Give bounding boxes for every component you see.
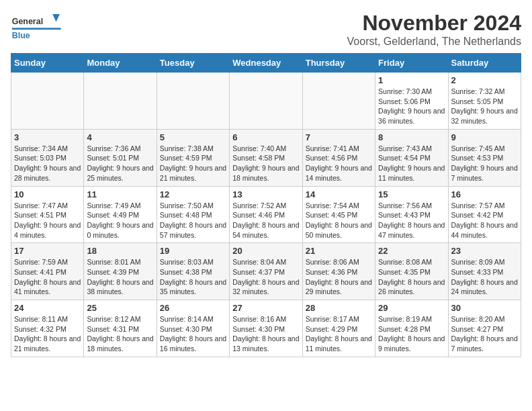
calendar-day-cell: 1Sunrise: 7:30 AM Sunset: 5:06 PM Daylig… [375,73,448,130]
svg-text:Blue: Blue [12,31,30,40]
calendar-day-cell [157,73,229,130]
calendar-day-cell: 23Sunrise: 8:09 AM Sunset: 4:33 PM Dayli… [448,243,521,300]
page-header: General Blue November 2024 Voorst, Gelde… [11,11,521,48]
calendar-day-cell [11,73,84,130]
day-info: Sunrise: 7:47 AM Sunset: 4:51 PM Dayligh… [14,201,81,240]
day-info: Sunrise: 8:17 AM Sunset: 4:29 PM Dayligh… [306,314,372,354]
calendar-day-cell: 21Sunrise: 8:06 AM Sunset: 4:36 PM Dayli… [302,243,375,300]
calendar-day-cell: 2Sunrise: 7:32 AM Sunset: 5:05 PM Daylig… [448,73,521,130]
calendar-day-cell: 29Sunrise: 8:19 AM Sunset: 4:28 PM Dayli… [375,300,448,357]
calendar-day-header: Sunday [11,54,84,73]
day-number: 23 [451,246,518,256]
calendar-day-cell: 24Sunrise: 8:11 AM Sunset: 4:32 PM Dayli… [11,300,84,357]
day-number: 1 [378,75,445,85]
calendar-day-cell: 6Sunrise: 7:40 AM Sunset: 4:58 PM Daylig… [230,129,302,186]
calendar-day-cell [230,73,302,130]
calendar-day-cell: 20Sunrise: 8:04 AM Sunset: 4:37 PM Dayli… [230,243,302,300]
svg-text:General: General [12,17,43,26]
calendar-day-cell: 19Sunrise: 8:03 AM Sunset: 4:38 PM Dayli… [157,243,229,300]
calendar-week-row: 10Sunrise: 7:47 AM Sunset: 4:51 PM Dayli… [11,186,521,243]
day-number: 25 [87,303,153,313]
calendar-week-row: 24Sunrise: 8:11 AM Sunset: 4:32 PM Dayli… [11,300,521,357]
day-info: Sunrise: 7:34 AM Sunset: 5:03 PM Dayligh… [14,144,81,183]
day-number: 8 [378,132,445,142]
calendar-day-header: Friday [375,54,448,73]
calendar-day-header: Thursday [302,54,375,73]
day-number: 7 [306,132,372,142]
day-info: Sunrise: 7:43 AM Sunset: 4:54 PM Dayligh… [378,144,445,183]
day-info: Sunrise: 7:49 AM Sunset: 4:49 PM Dayligh… [87,201,153,240]
calendar-week-row: 3Sunrise: 7:34 AM Sunset: 5:03 PM Daylig… [11,129,521,186]
day-info: Sunrise: 7:52 AM Sunset: 4:46 PM Dayligh… [232,201,299,240]
day-number: 18 [87,246,153,256]
svg-marker-1 [52,14,60,22]
day-number: 6 [232,132,299,142]
calendar-day-cell: 4Sunrise: 7:36 AM Sunset: 5:01 PM Daylig… [84,129,157,186]
calendar-day-cell: 26Sunrise: 8:14 AM Sunset: 4:30 PM Dayli… [157,300,229,357]
calendar-day-cell: 10Sunrise: 7:47 AM Sunset: 4:51 PM Dayli… [11,186,84,243]
day-info: Sunrise: 7:40 AM Sunset: 4:58 PM Dayligh… [232,144,299,183]
day-number: 11 [87,189,153,199]
day-info: Sunrise: 8:14 AM Sunset: 4:30 PM Dayligh… [160,314,226,354]
day-info: Sunrise: 7:30 AM Sunset: 5:06 PM Dayligh… [378,87,445,126]
day-info: Sunrise: 8:01 AM Sunset: 4:39 PM Dayligh… [87,257,153,297]
day-number: 10 [14,189,81,199]
day-number: 5 [160,132,226,142]
day-info: Sunrise: 7:54 AM Sunset: 4:45 PM Dayligh… [306,201,372,240]
day-info: Sunrise: 7:56 AM Sunset: 4:43 PM Dayligh… [378,201,445,240]
day-number: 12 [160,189,226,199]
day-info: Sunrise: 8:12 AM Sunset: 4:31 PM Dayligh… [87,314,153,354]
logo-svg: General Blue [11,11,64,44]
day-info: Sunrise: 8:03 AM Sunset: 4:38 PM Dayligh… [160,257,226,297]
day-info: Sunrise: 7:50 AM Sunset: 4:48 PM Dayligh… [160,201,226,240]
day-number: 26 [160,303,226,313]
day-info: Sunrise: 8:16 AM Sunset: 4:30 PM Dayligh… [232,314,299,354]
calendar-day-cell: 8Sunrise: 7:43 AM Sunset: 4:54 PM Daylig… [375,129,448,186]
calendar-day-cell: 7Sunrise: 7:41 AM Sunset: 4:56 PM Daylig… [302,129,375,186]
day-number: 17 [14,246,81,256]
calendar-day-header: Saturday [448,54,521,73]
calendar-day-header: Monday [84,54,157,73]
calendar-header-row: SundayMondayTuesdayWednesdayThursdayFrid… [11,54,521,73]
day-number: 16 [451,189,518,199]
svg-rect-2 [12,28,61,30]
calendar-day-cell: 3Sunrise: 7:34 AM Sunset: 5:03 PM Daylig… [11,129,84,186]
calendar-day-cell: 12Sunrise: 7:50 AM Sunset: 4:48 PM Dayli… [157,186,229,243]
calendar-day-cell: 18Sunrise: 8:01 AM Sunset: 4:39 PM Dayli… [84,243,157,300]
title-section: November 2024 Voorst, Gelderland, The Ne… [347,11,521,48]
day-number: 4 [87,132,153,142]
day-info: Sunrise: 8:19 AM Sunset: 4:28 PM Dayligh… [378,314,445,354]
day-info: Sunrise: 8:06 AM Sunset: 4:36 PM Dayligh… [306,257,372,297]
calendar-day-cell: 25Sunrise: 8:12 AM Sunset: 4:31 PM Dayli… [84,300,157,357]
day-info: Sunrise: 7:36 AM Sunset: 5:01 PM Dayligh… [87,144,153,183]
calendar-day-header: Wednesday [230,54,302,73]
day-info: Sunrise: 7:32 AM Sunset: 5:05 PM Dayligh… [451,87,518,126]
day-number: 21 [306,246,372,256]
calendar-week-row: 17Sunrise: 7:59 AM Sunset: 4:41 PM Dayli… [11,243,521,300]
logo: General Blue [11,11,64,44]
day-number: 14 [306,189,372,199]
day-number: 29 [378,303,445,313]
day-number: 27 [232,303,299,313]
calendar-day-cell: 15Sunrise: 7:56 AM Sunset: 4:43 PM Dayli… [375,186,448,243]
day-number: 2 [451,75,518,85]
calendar-day-header: Tuesday [157,54,229,73]
calendar-day-cell: 16Sunrise: 7:57 AM Sunset: 4:42 PM Dayli… [448,186,521,243]
day-number: 19 [160,246,226,256]
calendar-day-cell: 14Sunrise: 7:54 AM Sunset: 4:45 PM Dayli… [302,186,375,243]
page-subtitle: Voorst, Gelderland, The Netherlands [347,36,521,48]
calendar-day-cell: 30Sunrise: 8:20 AM Sunset: 4:27 PM Dayli… [448,300,521,357]
day-number: 28 [306,303,372,313]
calendar-day-cell [302,73,375,130]
day-info: Sunrise: 7:57 AM Sunset: 4:42 PM Dayligh… [451,201,518,240]
day-info: Sunrise: 8:20 AM Sunset: 4:27 PM Dayligh… [451,314,518,354]
calendar-day-cell: 5Sunrise: 7:38 AM Sunset: 4:59 PM Daylig… [157,129,229,186]
calendar-day-cell: 17Sunrise: 7:59 AM Sunset: 4:41 PM Dayli… [11,243,84,300]
day-number: 15 [378,189,445,199]
day-info: Sunrise: 7:59 AM Sunset: 4:41 PM Dayligh… [14,257,81,297]
day-info: Sunrise: 8:08 AM Sunset: 4:35 PM Dayligh… [378,257,445,297]
day-info: Sunrise: 7:41 AM Sunset: 4:56 PM Dayligh… [306,144,372,183]
day-number: 30 [451,303,518,313]
day-info: Sunrise: 7:38 AM Sunset: 4:59 PM Dayligh… [160,144,226,183]
calendar-day-cell [84,73,157,130]
